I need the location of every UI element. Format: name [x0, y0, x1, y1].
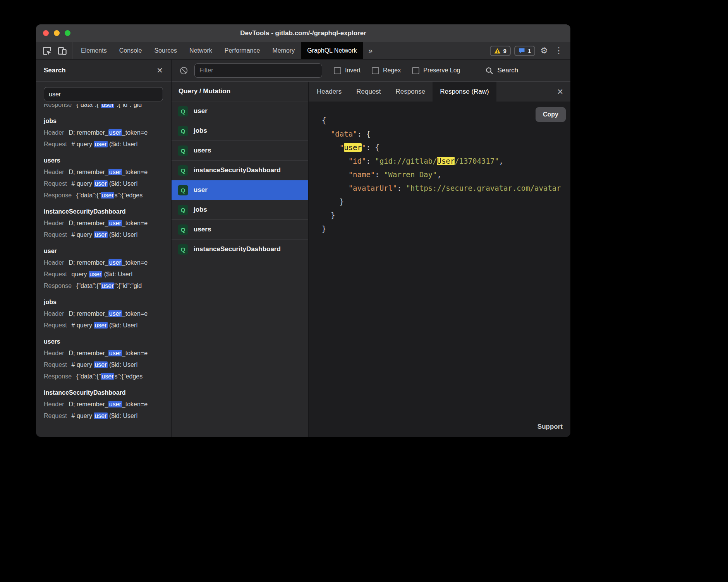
search-result-row[interactable]: Response{"data":{"user":{"id":"gid: [44, 280, 171, 292]
support-link[interactable]: Support: [537, 423, 563, 431]
query-list-item[interactable]: Qusers: [172, 220, 308, 240]
result-row-label: Header: [44, 310, 64, 317]
preserve-log-checkbox[interactable]: [412, 67, 419, 74]
result-row-content: D; remember_user_token=e: [69, 129, 148, 136]
issues-badge[interactable]: 1: [514, 46, 535, 56]
response-raw-json: { "data": { "user": { "id": "gid://gitla…: [322, 114, 570, 437]
result-row-content: D; remember_user_token=e: [69, 220, 148, 226]
clear-log-button[interactable]: [179, 66, 188, 75]
search-input[interactable]: [44, 87, 163, 101]
query-badge-icon: Q: [178, 205, 188, 215]
detail-tab-request[interactable]: Request: [349, 82, 388, 101]
devtools-tab-strip: ElementsConsoleSourcesNetworkPerformance…: [75, 42, 363, 59]
search-result-group-title[interactable]: jobs: [44, 296, 171, 308]
search-result-row[interactable]: Requestquery user ($id: UserI: [44, 269, 171, 280]
warnings-badge[interactable]: 9: [490, 46, 511, 56]
result-row-content: D; remember_user_token=e: [69, 259, 148, 266]
device-toolbar-icon[interactable]: [57, 46, 67, 56]
response-raw-view: Copy { "data": { "user": { "id": "gid://…: [309, 101, 570, 437]
search-button-label: Search: [497, 67, 518, 74]
search-result-row[interactable]: HeaderD; remember_user_token=e: [44, 257, 171, 269]
search-result-row[interactable]: Response{"data":{"users":{"edges: [44, 190, 171, 201]
gear-icon[interactable]: ⚙: [539, 46, 549, 55]
result-row-label: Request: [44, 361, 67, 368]
query-list-item[interactable]: Qusers: [172, 141, 308, 161]
detail-tab-response-raw[interactable]: Response (Raw): [433, 82, 496, 101]
result-row-content: {"data":{"user":{"id":"gid: [76, 282, 142, 289]
detail-panel: HeadersRequestResponseResponse (Raw) ✕ C…: [309, 82, 570, 437]
query-list-item[interactable]: QinstanceSecurityDashboard: [172, 240, 308, 259]
filter-option-regex[interactable]: Regex: [372, 67, 401, 74]
inspect-cursor-icon[interactable]: [42, 46, 52, 56]
devtools-tab-performance[interactable]: Performance: [218, 42, 266, 59]
search-result-group-title[interactable]: users: [44, 155, 171, 166]
devtools-tab-graphql-network[interactable]: GraphQL Network: [301, 42, 363, 59]
query-list-item[interactable]: Qjobs: [172, 121, 308, 141]
devtools-tab-network[interactable]: Network: [183, 42, 218, 59]
more-tabs-button[interactable]: »: [363, 42, 378, 59]
toolbar-right-controls: 9 1 ⚙ ⋮: [490, 42, 570, 59]
query-list: QuserQjobsQusersQinstanceSecurityDashboa…: [172, 101, 308, 437]
query-list-item[interactable]: Quser: [172, 101, 308, 121]
close-search-panel-button[interactable]: ✕: [156, 67, 163, 74]
search-result-row[interactable]: Request# query user ($id: UserI: [44, 229, 171, 241]
search-result-row[interactable]: Request# query user ($id: UserI: [44, 178, 171, 190]
titlebar[interactable]: DevTools - gitlab.com/-/graphql-explorer: [36, 24, 570, 42]
query-badge-icon: Q: [178, 224, 188, 235]
detail-tab-response[interactable]: Response: [388, 82, 433, 101]
search-panel-header: Search ✕: [36, 60, 171, 82]
search-result-row[interactable]: Request# query user ($id: UserI: [44, 139, 171, 150]
query-list-panel: Query / Mutation QuserQjobsQusersQinstan…: [172, 82, 309, 437]
search-result-row[interactable]: Request# query user ($id: UserI: [44, 410, 171, 422]
search-result-row[interactable]: Request# query user ($id: UserI: [44, 320, 171, 331]
zoom-window-button[interactable]: [65, 30, 70, 36]
query-list-item[interactable]: QinstanceSecurityDashboard: [172, 161, 308, 180]
copy-button[interactable]: Copy: [536, 107, 566, 122]
query-list-item[interactable]: Quser: [172, 180, 308, 200]
search-result-row[interactable]: HeaderD; remember_user_token=e: [44, 217, 171, 229]
search-result-row[interactable]: HeaderD; remember_user_token=e: [44, 166, 171, 178]
detail-tab-headers[interactable]: Headers: [309, 82, 349, 101]
invert-checkbox[interactable]: [334, 67, 341, 74]
search-result-group: instanceSecurityDashboardHeaderD; rememb…: [44, 206, 171, 241]
minimize-window-button[interactable]: [54, 30, 60, 36]
devtools-tab-sources[interactable]: Sources: [148, 42, 183, 59]
search-result-group-title[interactable]: user: [44, 245, 171, 257]
search-result-group-title[interactable]: users: [44, 336, 171, 347]
query-list-item[interactable]: Qjobs: [172, 200, 308, 220]
result-row-content: {"data":{"users":{"edges: [76, 192, 143, 199]
search-result-row[interactable]: Response{"data":{"user":{"id":"gid: [44, 104, 171, 111]
close-detail-button[interactable]: ✕: [557, 88, 563, 96]
devtools-tab-console[interactable]: Console: [113, 42, 148, 59]
search-result-group-title[interactable]: jobs: [44, 115, 171, 127]
query-item-label: jobs: [194, 206, 207, 214]
result-row-content: query user ($id: UserI: [72, 271, 133, 277]
query-item-label: users: [194, 226, 211, 233]
issues-bubble-icon: [519, 48, 525, 54]
devtools-tab-elements[interactable]: Elements: [75, 42, 113, 59]
query-badge-icon: Q: [178, 126, 188, 136]
filter-option-invert[interactable]: Invert: [334, 67, 361, 74]
search-result-row[interactable]: HeaderD; remember_user_token=e: [44, 399, 171, 410]
devtools-content: Search ✕ Response{"data":{"user":{"id":"…: [36, 60, 570, 437]
filter-option-preserve-log[interactable]: Preserve Log: [412, 67, 460, 74]
search-result-row[interactable]: Response{"data":{"users":{"edges: [44, 371, 171, 382]
close-window-button[interactable]: [43, 30, 49, 36]
result-row-content: # query user ($id: UserI: [72, 361, 138, 368]
search-button[interactable]: Search: [485, 67, 518, 75]
kebab-menu-icon[interactable]: ⋮: [553, 46, 565, 55]
regex-checkbox[interactable]: [372, 67, 379, 74]
filter-input[interactable]: [194, 63, 322, 78]
search-result-group-title[interactable]: instanceSecurityDashboard: [44, 206, 171, 217]
query-item-label: instanceSecurityDashboard: [194, 166, 281, 174]
result-row-content: # query user ($id: UserI: [72, 141, 138, 147]
search-result-row[interactable]: HeaderD; remember_user_token=e: [44, 127, 171, 139]
result-row-label: Header: [44, 129, 64, 136]
result-row-label: Request: [44, 141, 67, 147]
warning-count: 9: [503, 48, 507, 54]
devtools-tab-memory[interactable]: Memory: [266, 42, 301, 59]
search-result-row[interactable]: Request# query user ($id: UserI: [44, 359, 171, 371]
search-result-group-title[interactable]: instanceSecurityDashboard: [44, 387, 171, 399]
search-result-row[interactable]: HeaderD; remember_user_token=e: [44, 308, 171, 320]
search-result-row[interactable]: HeaderD; remember_user_token=e: [44, 347, 171, 359]
